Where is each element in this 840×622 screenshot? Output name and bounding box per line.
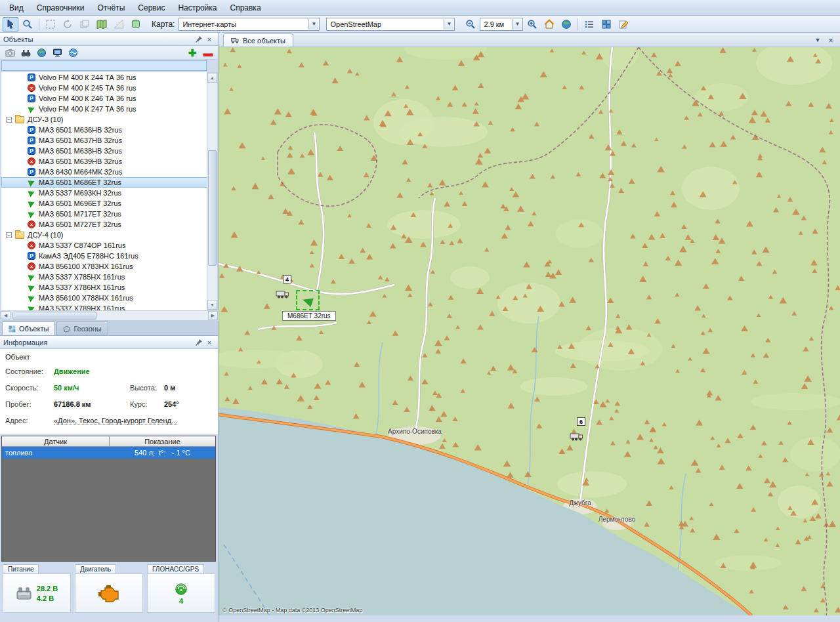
menu-item-settings[interactable]: Настройка [171,1,223,14]
home-button[interactable] [541,17,557,31]
tab-objects[interactable]: Объекты [2,321,55,335]
select-tool-button[interactable] [3,17,18,31]
tree-item[interactable]: МАЗ 6501 М686ЕТ 32rus [1,177,207,188]
menu-item-directories[interactable]: Справочники [30,1,91,14]
menu-item-view[interactable]: Вид [3,1,30,14]
nosignal-status-icon: × [28,84,35,92]
parking-status-icon: P [28,147,35,155]
edit-button[interactable] [616,17,631,31]
tree-item[interactable]: ×Volvo FM 400 К 245 ТА 36 rus [1,83,207,93]
scroll-left-button[interactable]: ◀ [1,311,10,320]
tree-item[interactable]: ×МАЗ 5337 С874ОР 161rus [1,240,207,251]
collapse-icon[interactable]: − [6,117,12,123]
tab-list-dropdown-button[interactable]: ▼ [812,35,823,45]
collapse-icon[interactable]: − [6,232,12,238]
map-canvas[interactable]: 46М686ЕТ 32rusАрхипо-ОсиповкаДжубгаЛермо… [219,47,840,615]
tree-item[interactable]: МАЗ 856100 Х788НХ 161rus [1,293,207,303]
find-object-button[interactable] [19,47,32,58]
pin-icon[interactable] [194,35,204,44]
tree-item[interactable]: PVolvo FM 400 К 246 ТА 36 rus [1,93,207,104]
map-provider-value: OpenStreetMap [330,20,381,28]
menu-bar: Вид Справочники Отчёты Сервис Настройка … [0,0,840,16]
info-panel-body: Объект Состояние: Движение Скорость: 50 … [0,349,218,434]
zoom-in-button[interactable] [524,17,540,31]
selected-vehicle-marker[interactable] [296,290,320,310]
parking-status-icon: P [28,73,35,81]
tiles-button[interactable] [598,17,614,31]
tree-item[interactable]: PМАЗ 6430 М664МК 32rus [1,167,207,177]
close-objects-panel-button[interactable]: × [204,35,215,44]
vscroll-thumb[interactable] [208,150,217,266]
backup-voltage-value: 4.2 В [37,594,58,602]
tree-item[interactable]: МАЗ 5337 М693КН 32rus [1,188,207,198]
horizontal-scrollbar[interactable]: ◀ ▶ [0,310,219,321]
tree-item[interactable]: PМАЗ 6501 М638НВ 32rus [1,146,207,156]
address-label: Адрес: [5,417,28,425]
tree-item[interactable]: ×МАЗ 6501 М727ЕТ 32rus [1,219,207,230]
tree-item[interactable]: PКамАЗ ЭД405 Е788НС 161rus [1,251,207,261]
map-card-button[interactable] [94,17,110,31]
tree-folder[interactable]: −ДСУ-3 (10) [1,114,207,125]
tree-item[interactable]: ×МАЗ 856100 Х783НХ 161rus [1,261,207,272]
show-on-map-button[interactable] [35,47,48,58]
list-button[interactable] [581,17,597,31]
tree-item[interactable]: ×МАЗ 6501 М639НВ 32rus [1,156,207,167]
track-on-map-button[interactable] [66,47,79,58]
sensor-row-fuel[interactable]: топливо 540 л; t°: - 1 °С [2,447,215,459]
engine-gauge: Двигатель [75,564,143,613]
scroll-up-button[interactable]: ▲ [207,73,217,83]
zoom-tool-button[interactable] [20,17,35,31]
remove-object-button[interactable]: ▬ [201,47,215,58]
monitor-button[interactable] [51,47,64,58]
menu-item-help[interactable]: Справка [223,1,267,14]
tree-item[interactable]: PVolvo FM 400 К 244 ТА 36 rus [1,72,207,83]
export-button[interactable] [128,17,144,31]
power-voltage-value: 28.2 В [37,585,58,592]
left-sidebar: Объекты × ✚ ▬ [0,33,219,622]
zoom-out-button[interactable] [463,17,478,31]
tree-item[interactable]: PМАЗ 6501 М636НВ 32rus [1,125,207,135]
hscroll-thumb[interactable] [12,312,96,320]
tab-all-objects[interactable]: Все объекты [223,33,293,47]
tree-item[interactable]: МАЗ 6501 М717ЕТ 32rus [1,209,207,219]
tiles-icon [601,19,612,30]
close-info-panel-button[interactable]: × [204,338,215,347]
moving-status-icon [28,273,35,281]
power-gauge: Питание 28.2 В 4.2 В [3,564,71,613]
tree-item[interactable]: PМАЗ 6501 М637НВ 32rus [1,135,207,146]
gps-satellites-count: 4 [179,597,183,605]
tree-item[interactable]: МАЗ 5337 Х789НХ 161rus [1,303,207,310]
moving-status-icon [28,178,35,186]
scale-select[interactable]: 2.9 км ▼ [480,18,523,31]
close-map-tab-button[interactable]: × [826,35,836,45]
map-source-select[interactable]: Интернет-карты ▼ [178,18,320,31]
vehicle-marker[interactable]: 4 [276,289,290,299]
place-label: Лермонтово [598,516,635,523]
scroll-down-button[interactable]: ▼ [207,300,217,310]
height-value: 0 м [164,384,175,392]
tree-item[interactable]: МАЗ 6501 М696ЕТ 32rus [1,198,207,209]
select-region-button [43,17,58,31]
scroll-right-button[interactable]: ▶ [208,311,218,320]
tree-item[interactable]: Volvo FM 400 К 247 ТА 36 rus [1,104,207,114]
map-provider-select[interactable]: OpenStreetMap ▼ [326,18,455,31]
parking-status-icon: P [28,94,35,102]
add-object-button[interactable]: ✚ [186,47,199,58]
objects-filter-input[interactable] [1,60,207,71]
tree-item[interactable]: МАЗ 5337 Х786НХ 161rus [1,282,207,293]
tree-item-label: МАЗ 5337 Х789НХ 161rus [39,304,125,310]
vehicle-tooltip: М686ЕТ 32rus [282,311,336,321]
tab-objects-label: Объекты [19,325,49,333]
vertical-scrollbar[interactable]: ▲ ▼ [207,72,218,310]
globe-button[interactable] [558,17,574,31]
tree-item[interactable]: МАЗ 5337 Х785НХ 161rus [1,272,207,282]
pin-icon[interactable] [194,338,204,347]
export-icon [131,19,141,30]
photo-button[interactable] [3,47,16,58]
marker-count-badge: 4 [283,275,291,283]
tab-geozones[interactable]: Геозоны [56,321,108,335]
menu-item-service[interactable]: Сервис [131,1,171,14]
tree-folder[interactable]: −ДСУ-4 (10) [1,230,207,240]
menu-item-reports[interactable]: Отчёты [91,1,131,14]
vehicle-marker[interactable]: 6 [570,431,584,442]
